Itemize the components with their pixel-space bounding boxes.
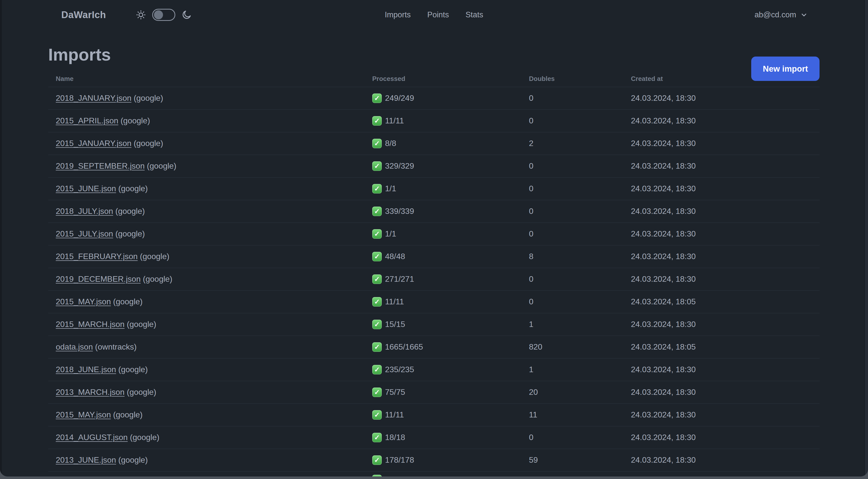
- doubles-count: 0: [529, 184, 631, 193]
- import-source: (owntracks): [95, 342, 136, 351]
- table-row: 2015_JUNE.json (google) ✓ 1/1 0 24.03.20…: [48, 177, 819, 200]
- name-cell: odata.json (owntracks): [56, 342, 372, 352]
- table-row: odata.json (owntracks) ✓ 1665/1665 820 2…: [48, 335, 819, 358]
- created-at: 24.03.2024, 18:30: [631, 184, 819, 193]
- moon-icon: [181, 9, 192, 20]
- new-import-button[interactable]: New import: [751, 57, 819, 81]
- import-file-link[interactable]: 2015_MAY.json: [56, 410, 111, 419]
- app-logo[interactable]: DaWarIch: [61, 9, 106, 20]
- processed-cell: ✓ 1665/1665: [372, 342, 529, 352]
- processed-cell: ✓ 235/235: [372, 365, 529, 375]
- processed-cell: ✓ 48/48: [372, 252, 529, 261]
- import-file-link[interactable]: 2015_MARCH.json: [56, 320, 125, 329]
- processed-cell: ✓ 339/339: [372, 207, 529, 216]
- doubles-count: 0: [529, 229, 631, 239]
- name-cell: 2013_JUNE.json (google): [56, 455, 372, 465]
- processed-count: 48/48: [385, 252, 405, 261]
- check-icon: ✓: [372, 139, 382, 148]
- check-icon: ✓: [372, 229, 382, 239]
- user-menu[interactable]: ab@cd.com: [754, 10, 808, 19]
- nav-link-imports[interactable]: Imports: [385, 10, 411, 19]
- import-file-link[interactable]: 2018_JULY.json: [56, 207, 113, 216]
- processed-cell: ✓ 178/178: [372, 455, 529, 465]
- import-file-link[interactable]: 2013_JUNE.json: [56, 455, 116, 465]
- main-nav: Imports Points Stats: [385, 10, 483, 19]
- import-source: (google): [127, 388, 156, 396]
- created-at: 24.03.2024, 18:30: [631, 388, 819, 397]
- check-icon: ✓: [372, 455, 382, 465]
- created-at: 24.03.2024, 18:30: [631, 207, 819, 216]
- processed-count: 1665/1665: [385, 342, 423, 352]
- processed-count: 339/339: [385, 207, 414, 216]
- processed-count: 235/235: [385, 365, 414, 374]
- processed-count: 11/11: [385, 297, 404, 306]
- table-header-row: Name Processed Doubles Created at: [48, 71, 819, 87]
- import-file-link[interactable]: 2015_JANUARY.json: [56, 139, 131, 148]
- doubles-count: 0: [529, 161, 631, 171]
- sun-icon: [135, 9, 146, 20]
- check-icon: ✓: [372, 93, 382, 103]
- column-header-name: Name: [56, 75, 372, 83]
- table-row: 2015_MAY.json (google) ✓ 11/11 0 24.03.2…: [48, 290, 819, 313]
- import-file-link[interactable]: 2015_MAY.json: [56, 297, 111, 306]
- name-cell: 2015_APRIL.json (google): [56, 116, 372, 125]
- table-row: 2013_MARCH.json (google) ✓ 75/75 20 24.0…: [48, 381, 819, 403]
- processed-count: 75/75: [385, 388, 405, 397]
- name-cell: 2015_MARCH.json (google): [56, 320, 372, 329]
- check-icon: ✓: [372, 274, 382, 284]
- processed-count: 18/18: [385, 433, 405, 442]
- import-source: (google): [134, 139, 163, 148]
- import-file-link[interactable]: odata.json: [56, 342, 93, 351]
- import-file-link[interactable]: 2015_FEBRUARY.json: [56, 252, 137, 261]
- name-cell: 2015_JULY.json (google): [56, 229, 372, 239]
- created-at: 24.03.2024, 18:30: [631, 410, 819, 419]
- created-at: 24.03.2024, 18:30: [631, 139, 819, 148]
- theme-toggle[interactable]: [152, 9, 175, 21]
- check-icon: ✓: [372, 116, 382, 126]
- imports-page: Imports New import Name Processed Double…: [0, 45, 868, 477]
- created-at: 24.03.2024, 18:30: [631, 274, 819, 284]
- processed-cell: ✓: [372, 475, 529, 477]
- processed-count: 15/15: [385, 320, 405, 329]
- import-file-link[interactable]: 2015_APRIL.json: [56, 116, 118, 125]
- import-file-link[interactable]: 2015_JULY.json: [56, 229, 113, 238]
- table-row: 2015_FEBRUARY.json (google) ✓ 48/48 8 24…: [48, 245, 819, 268]
- user-email[interactable]: ab@cd.com: [754, 10, 796, 19]
- import-source: (google): [127, 320, 156, 329]
- name-cell: 2018_JANUARY.json (google): [56, 93, 372, 103]
- doubles-count: 20: [529, 388, 631, 397]
- doubles-count: 2: [529, 139, 631, 148]
- imports-table: Name Processed Doubles Created at 2018_J…: [48, 71, 819, 477]
- processed-cell: ✓ 249/249: [372, 93, 529, 103]
- processed-count: 271/271: [385, 274, 414, 284]
- page-title: Imports: [48, 45, 819, 64]
- doubles-count: 0: [529, 297, 631, 306]
- navbar: DaWarIch: [0, 0, 868, 30]
- import-file-link[interactable]: 2013_MARCH.json: [56, 388, 125, 396]
- processed-cell: ✓ 1/1: [372, 229, 529, 239]
- scrollbar[interactable]: [864, 0, 868, 477]
- name-cell: 2015_JANUARY.json (google): [56, 139, 372, 148]
- created-at: 24.03.2024, 18:30: [631, 161, 819, 171]
- import-file-link[interactable]: 2018_JUNE.json: [56, 365, 116, 374]
- name-cell: 2018_JUNE.json (google): [56, 365, 372, 374]
- nav-link-points[interactable]: Points: [427, 10, 449, 19]
- import-file-link[interactable]: 2015_JUNE.json: [56, 184, 116, 193]
- import-file-link[interactable]: 2018_JANUARY.json: [56, 93, 131, 102]
- import-file-link[interactable]: 2014_AUGUST.json: [56, 433, 128, 442]
- doubles-count: 8: [529, 252, 631, 261]
- import-file-link[interactable]: 2019_SEPTEMBER.json: [56, 161, 145, 170]
- table-row: 2015_MARCH.json (google) ✓ 15/15 1 24.03…: [48, 313, 819, 335]
- processed-count: 249/249: [385, 93, 414, 103]
- import-file-link[interactable]: 2019_DECEMBER.json: [56, 274, 141, 283]
- chevron-down-icon: [800, 11, 808, 19]
- name-cell: 2018_JULY.json (google): [56, 207, 372, 216]
- table-row: 2015_JANUARY.json (google) ✓ 8/8 2 24.03…: [48, 132, 819, 155]
- check-icon: ✓: [372, 161, 382, 171]
- name-cell: 2014_AUGUST.json (google): [56, 433, 372, 442]
- check-icon: ✓: [372, 342, 382, 352]
- theme-switcher: [135, 9, 192, 21]
- created-at: 24.03.2024, 18:30: [631, 229, 819, 239]
- nav-link-stats[interactable]: Stats: [465, 10, 483, 19]
- table-row: 2018_JULY.json (google) ✓ 339/339 0 24.0…: [48, 200, 819, 222]
